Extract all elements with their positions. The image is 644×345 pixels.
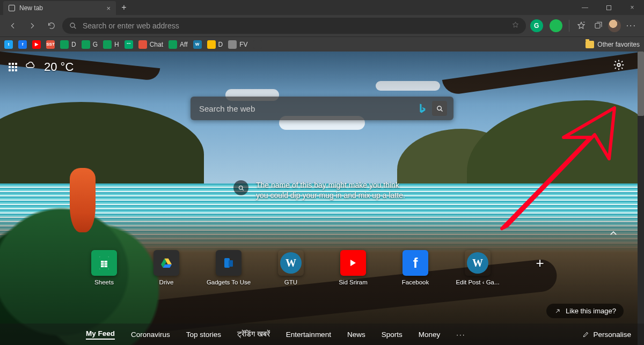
bookmark-label: G	[93, 41, 98, 48]
bookmark-item[interactable]: H	[103, 40, 119, 49]
new-tab-page: 20 °C Search the web The name of this ba…	[0, 52, 644, 345]
weather-icon[interactable]	[25, 60, 36, 74]
svg-point-0	[70, 23, 75, 27]
address-bar[interactable]: Search or enter web address	[62, 18, 526, 34]
bookmark-item[interactable]: ▶	[32, 40, 41, 49]
svg-point-2	[617, 63, 620, 67]
quick-link-tile[interactable]: Sid Sriram	[334, 250, 372, 285]
browser-tab[interactable]: New tab ×	[3, 1, 116, 15]
bookmark-icon	[138, 40, 147, 49]
bookmark-item[interactable]: D	[207, 40, 223, 49]
scrollbar-thumb[interactable]	[638, 52, 644, 116]
extension-icon[interactable]	[550, 19, 562, 32]
bookmark-item[interactable]: Chat	[138, 40, 163, 49]
bookmark-icon	[82, 40, 90, 49]
feed-tab[interactable]: ट्रेंडिंग खबरें	[237, 330, 270, 339]
bookmark-icon: W	[193, 40, 202, 49]
quick-links: SheetsDriveGadgets To UseWGTUSid Sriramf…	[85, 250, 559, 285]
bookmark-label: Chat	[150, 41, 163, 48]
new-tab-button[interactable]: +	[116, 0, 132, 15]
feed-bar: My FeedCoronavirusTop storiesट्रेंडिंग ख…	[0, 324, 644, 345]
minimize-button[interactable]: —	[573, 0, 597, 15]
quick-link-tile[interactable]: Sheets	[85, 250, 123, 285]
bookmark-icon	[253, 40, 262, 49]
quick-link-tile[interactable]: WEdit Post ‹ Ga...	[459, 250, 496, 285]
svg-point-4	[239, 186, 243, 189]
quick-link-tile[interactable]: Gadgets To Use	[210, 250, 247, 285]
back-button[interactable]	[4, 17, 21, 34]
window-titlebar: New tab × + — ×	[0, 0, 644, 15]
tile-label: Facebook	[402, 279, 429, 285]
web-search-placeholder: Search the web	[199, 104, 413, 113]
scrollbar[interactable]	[638, 52, 644, 345]
forward-button[interactable]	[24, 17, 41, 34]
like-image-button[interactable]: Like this image?	[546, 304, 624, 318]
add-tile-button[interactable]: +	[521, 250, 559, 285]
bookmark-icon	[60, 40, 69, 49]
web-search-box[interactable]: Search the web	[191, 97, 453, 120]
quick-link-tile[interactable]: Drive	[148, 250, 185, 285]
favorite-star-icon[interactable]	[511, 21, 519, 31]
personalise-button[interactable]: Personalise	[582, 331, 631, 339]
quick-link-tile[interactable]: WGTU	[272, 250, 310, 285]
bookmark-label: D	[71, 41, 76, 48]
svg-rect-1	[595, 24, 600, 28]
bookmark-icon: ▶	[32, 40, 41, 49]
search-icon	[69, 21, 77, 30]
bookmark-icon: f	[18, 40, 27, 49]
tile-label: Gadgets To Use	[207, 279, 251, 285]
bookmark-item[interactable]: G	[82, 40, 98, 49]
temperature-value[interactable]: 20 °C	[44, 60, 74, 74]
feed-tab[interactable]: Money	[419, 331, 441, 339]
bookmark-item[interactable]: f	[18, 40, 27, 49]
address-placeholder: Search or enter web address	[83, 21, 506, 30]
separator	[569, 20, 569, 32]
maximize-button[interactable]	[597, 0, 620, 15]
feed-tab[interactable]: Top stories	[186, 331, 221, 339]
bookmark-icon	[103, 40, 112, 49]
collections-icon[interactable]	[591, 18, 606, 33]
info-search-icon[interactable]	[233, 180, 248, 195]
bookmark-label: FV	[239, 41, 247, 48]
refresh-button[interactable]	[43, 17, 60, 34]
close-tab-icon[interactable]: ×	[106, 4, 111, 12]
feed-tab[interactable]: Sports	[382, 331, 402, 339]
personalise-label: Personalise	[593, 331, 631, 339]
bookmarks-bar: tf▶SSTDGH""ChatAffWDFV Other favorites	[0, 36, 644, 52]
feed-tab[interactable]: Coronavirus	[131, 331, 170, 339]
bookmark-label: D	[218, 41, 223, 48]
feed-tab[interactable]: News	[347, 331, 365, 339]
close-window-button[interactable]: ×	[620, 0, 644, 15]
bookmark-item[interactable]	[253, 40, 262, 49]
quick-link-tile[interactable]: fFacebook	[397, 250, 434, 285]
bookmark-icon: ""	[125, 40, 133, 49]
profile-avatar[interactable]	[608, 19, 621, 32]
favorites-icon[interactable]	[574, 18, 589, 33]
bookmark-label: Aff	[180, 41, 187, 48]
other-favorites-label: Other favorites	[597, 41, 640, 48]
bookmark-item[interactable]: D	[60, 40, 76, 49]
feed-more-icon[interactable]: ···	[456, 331, 465, 339]
bookmark-item[interactable]: Aff	[169, 40, 187, 49]
bookmark-icon	[169, 40, 177, 49]
bookmark-item[interactable]: ""	[125, 40, 133, 49]
app-grid-icon[interactable]	[9, 63, 17, 71]
bookmark-item[interactable]: SST	[46, 40, 55, 49]
collapse-chevron-icon[interactable]	[609, 229, 618, 240]
web-search-button[interactable]	[432, 101, 447, 116]
grammarly-extension-icon[interactable]: G	[530, 19, 543, 32]
folder-icon	[586, 41, 594, 48]
bookmark-item[interactable]: FV	[228, 40, 247, 49]
tile-label: Sid Sriram	[339, 279, 368, 285]
bookmark-item[interactable]: t	[4, 40, 13, 49]
svg-rect-9	[229, 260, 233, 267]
bookmark-icon: t	[4, 40, 13, 49]
more-menu-button[interactable]: ···	[623, 21, 640, 31]
bookmark-item[interactable]: W	[193, 40, 202, 49]
window-controls: — ×	[573, 0, 644, 15]
feed-tab[interactable]: Entertainment	[286, 331, 331, 339]
feed-tab[interactable]: My Feed	[86, 329, 115, 340]
page-settings-gear-icon[interactable]	[613, 59, 625, 73]
bookmark-icon	[207, 40, 216, 49]
other-favorites[interactable]: Other favorites	[586, 41, 640, 48]
